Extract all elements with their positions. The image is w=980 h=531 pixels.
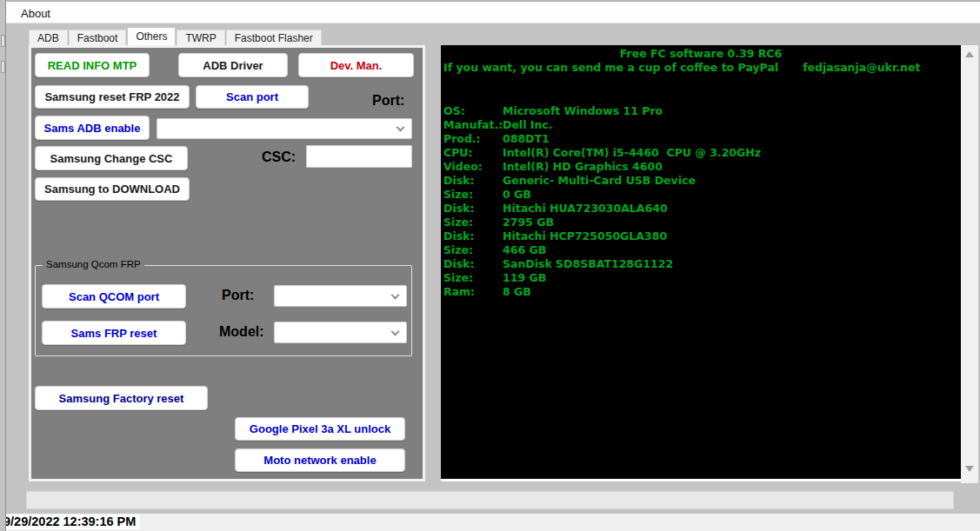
console-info: OS: Microsoft Windows 11 Pro Manufat.: D… <box>443 104 958 299</box>
console-info-value: Microsoft Windows 11 Pro <box>503 104 663 118</box>
console-info-value: 8 GB <box>503 285 531 299</box>
console-info-label: Size: <box>443 243 503 257</box>
console-info-label: Disk: <box>443 202 503 216</box>
console-info-row: Disk: Hitachi HCP725050GLA380 <box>443 229 958 243</box>
scroll-up-icon[interactable] <box>965 51 974 57</box>
console-info-value: 466 GB <box>503 243 546 257</box>
chevron-down-icon <box>397 123 405 132</box>
app-window: About ADB Fastboot Others TWRP Fastboot … <box>0 0 980 531</box>
tab-label: TWRP <box>185 32 216 44</box>
console-info-label: Video: <box>443 160 503 174</box>
edge-decoration <box>1 61 5 73</box>
console-info-row: Ram: 8 GB <box>443 285 958 299</box>
model-label: Model: <box>219 324 264 340</box>
console-info-label: Disk: <box>443 257 503 271</box>
port-combobox[interactable] <box>157 118 412 139</box>
scan-qcom-port-button[interactable]: Scan QCOM port <box>42 284 186 309</box>
tab-label: Others <box>136 30 167 43</box>
samsung-factory-reset-button[interactable]: Samsung Factory reset <box>35 386 208 410</box>
console-donate-line: If you want, you can send me a cup of co… <box>443 61 958 75</box>
tab[interactable]: ADB <box>29 30 68 45</box>
console-info-row: Video: Intel(R) HD Graphics 4600 <box>443 160 958 174</box>
console-info-value: Hitachi HCP725050GLA380 <box>503 229 667 243</box>
menu-item-about[interactable]: About <box>17 6 54 21</box>
console-info-label: CPU: <box>443 146 503 160</box>
console-info-value: 088DT1 <box>503 132 550 146</box>
qcom-port-label: Port: <box>222 288 254 303</box>
console-info-value: 0 GB <box>503 188 531 202</box>
window-edge-strip <box>0 0 6 531</box>
console-info-value: Generic- Multi-Card USB Device <box>503 174 696 188</box>
console-info-row: Size: 119 GB <box>443 271 958 285</box>
console-info-value: Intel(R) Core(TM) i5-4460 CPU @ 3.20GHz <box>503 146 761 160</box>
csc-input[interactable] <box>306 145 412 168</box>
console-info-value: SanDisk SD8SBAT128G1122 <box>503 257 673 271</box>
edge-decoration <box>1 35 5 47</box>
console-info-row: Disk: SanDisk SD8SBAT128G1122 <box>443 257 958 271</box>
samsung-change-csc-button[interactable]: Samsung Change CSC <box>35 146 188 170</box>
console-donate-email: fedjasanja@ukr.net <box>803 61 920 75</box>
console-info-label: Size: <box>443 188 503 202</box>
console-info-row: Size: 2795 GB <box>443 216 958 229</box>
console-info-row: Disk: Generic- Multi-Card USB Device <box>443 174 958 188</box>
port-label: Port: <box>372 93 404 109</box>
console-output: Free FC software 0.39 RC6 If you want, y… <box>441 45 961 481</box>
console-info-label: Prod.: <box>443 132 503 146</box>
console-info-value: Hitachi HUA723030ALA640 <box>503 202 668 216</box>
read-info-mtp-button[interactable]: READ INFO MTP <box>35 53 150 77</box>
console-title: Free FC software 0.39 RC6 <box>443 47 958 61</box>
samsung-qcom-frp-group-title: Samsung Qcom FRP <box>43 259 144 269</box>
others-tab-panel: READ INFO MTP ADB Driver Dev. Man. Samsu… <box>29 45 425 481</box>
console-info-value: Intel(R) HD Graphics 4600 <box>503 160 663 174</box>
bottom-bar: 9/29/2022 12:39:16 PM <box>0 512 980 531</box>
console-info-row: Size: 466 GB <box>443 243 958 257</box>
tab-bar: ADB Fastboot Others TWRP Fastboot Flashe… <box>29 29 323 45</box>
console-info-row: Size: 0 GB <box>443 188 958 202</box>
tab[interactable]: Others <box>127 27 176 45</box>
menu-bar: About <box>0 0 980 23</box>
console-info-row: Disk: Hitachi HUA723030ALA640 <box>443 202 958 216</box>
console-info-row: Manufat.: Dell Inc. <box>443 118 958 132</box>
tab[interactable]: Fastboot <box>69 30 127 45</box>
status-strip <box>26 491 954 509</box>
console-info-label: OS: <box>443 104 503 118</box>
samsung-qcom-frp-group: Samsung Qcom FRP Scan QCOM port Port: Sa… <box>35 265 412 356</box>
tab-label: ADB <box>37 32 59 44</box>
console-info-label: Disk: <box>443 174 503 188</box>
device-manager-button[interactable]: Dev. Man. <box>298 53 414 77</box>
console-donate-message: If you want, you can send me a cup of co… <box>443 61 778 75</box>
console-info-row: OS: Microsoft Windows 11 Pro <box>443 104 958 118</box>
scan-port-button[interactable]: Scan port <box>196 85 309 109</box>
chevron-down-icon <box>391 327 400 335</box>
qcom-port-combobox[interactable] <box>274 285 407 307</box>
tab-label: Fastboot <box>77 32 118 44</box>
console-info-value: Dell Inc. <box>503 118 552 132</box>
console-info-value: 2795 GB <box>503 216 554 229</box>
sams-adb-enable-button[interactable]: Sams ADB enable <box>35 116 150 140</box>
moto-network-enable-button[interactable]: Moto network enable <box>235 448 405 472</box>
console-info-row: Prod.: 088DT1 <box>443 132 958 146</box>
console-info-label: Disk: <box>443 229 503 243</box>
console-info-row: CPU: Intel(R) Core(TM) i5-4460 CPU @ 3.2… <box>443 146 958 160</box>
csc-label: CSC: <box>262 149 296 165</box>
sams-frp-reset-button[interactable]: Sams FRP reset <box>42 321 186 345</box>
scroll-down-icon[interactable] <box>965 466 974 472</box>
chevron-down-icon <box>391 290 400 299</box>
adb-driver-button[interactable]: ADB Driver <box>178 53 288 77</box>
tab[interactable]: Fastboot Flasher <box>226 30 322 45</box>
model-combobox[interactable] <box>274 322 407 343</box>
datetime-label: 9/29/2022 12:39:16 PM <box>2 514 140 529</box>
console-scrollbar[interactable] <box>961 45 978 483</box>
console-info-value: 119 GB <box>503 271 546 285</box>
google-pixel-unlock-button[interactable]: Google Pixel 3a XL unlock <box>235 417 405 441</box>
tab-label: Fastboot Flasher <box>235 32 313 44</box>
tab[interactable]: TWRP <box>177 30 224 45</box>
samsung-reset-frp-button[interactable]: Samsung reset FRP 2022 <box>35 85 190 109</box>
console-info-label: Size: <box>443 216 503 229</box>
console-info-label: Ram: <box>443 285 503 299</box>
console-info-label: Manufat.: <box>443 118 503 132</box>
samsung-to-download-button[interactable]: Samsung to DOWNLOAD <box>35 177 190 201</box>
console-info-label: Size: <box>443 271 503 285</box>
